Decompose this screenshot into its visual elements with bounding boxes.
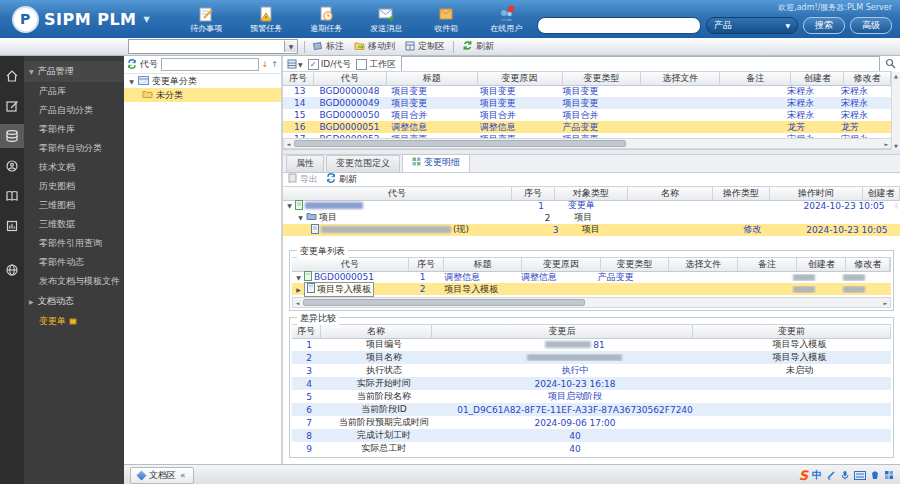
globe-icon[interactable] [0, 258, 24, 282]
list-row-selected[interactable]: ▶ 项目导入模板 2 项目导入模板 [292, 283, 891, 295]
column-header[interactable]: 变更后 [432, 324, 693, 339]
list-filter-input[interactable] [401, 56, 880, 72]
advanced-search-button[interactable]: 高级 [850, 17, 892, 34]
diff-row[interactable]: 6 当前阶段ID 01_D9C61A82-8F7E-11EF-A33F-87A3… [292, 403, 891, 416]
tree-table-row[interactable]: ▼ 1 变更单 2024-10-23 10:05 [283, 200, 900, 212]
row-expand-icon[interactable]: ▶ [295, 286, 302, 293]
filter-sort-icon[interactable]: ↑ [271, 60, 278, 69]
combo-dropdown-icon[interactable]: ▼ [284, 41, 297, 52]
warning-tasks-button[interactable]: 预警任务 [236, 5, 296, 34]
sidebar-item-parts-reference-query[interactable]: 零部件引用查询 [24, 234, 124, 253]
scroll-left-icon[interactable]: ◄ [293, 300, 302, 306]
column-header[interactable]: 创建者 [797, 257, 846, 272]
horizontal-scrollbar[interactable]: ◄ ► [292, 297, 891, 308]
scrollbar-thumb[interactable] [303, 299, 585, 306]
horizontal-scrollbar[interactable]: ◄ ► [283, 138, 892, 149]
diff-row[interactable]: 5 当前阶段名称 项目启动阶段 [292, 390, 891, 403]
column-header[interactable]: 备注 [738, 257, 797, 272]
ime-pen-icon[interactable] [826, 470, 836, 480]
diff-row[interactable]: 3 执行状态 执行中 未启动 [292, 364, 891, 377]
column-header[interactable]: 选择文件 [641, 71, 720, 86]
app-logo[interactable]: P SIPM PLM ▼ [0, 6, 162, 33]
focused-cell[interactable]: 项目导入模板 [304, 282, 374, 297]
column-header[interactable]: 操作类型 [713, 186, 770, 201]
report-chart-icon[interactable] [0, 214, 24, 238]
export-button[interactable]: 导出 [288, 173, 318, 186]
ime-keyboard-icon[interactable] [854, 471, 866, 480]
data-library-icon[interactable] [0, 124, 24, 148]
column-header[interactable]: 代号 [314, 71, 387, 86]
change-order-code-link[interactable]: BGD0000049 [316, 98, 388, 108]
tree-root-change-order-classes[interactable]: ▼ 变更单分类 [124, 74, 281, 88]
change-order-code-link[interactable]: BGD0000048 [316, 86, 388, 96]
column-header[interactable]: 检出者 [890, 257, 891, 272]
column-header[interactable]: 修改者 [846, 257, 890, 272]
column-header[interactable]: 创建者 [863, 186, 900, 201]
sidebar-item-3d-drawings[interactable]: 三维图档 [24, 196, 124, 215]
row-collapse-icon[interactable]: ▼ [297, 214, 304, 221]
filter-apply-icon[interactable]: ↓ [262, 60, 269, 69]
sidebar-item-parts-auto-classify[interactable]: 零部件自动分类 [24, 139, 124, 158]
home-icon[interactable] [0, 64, 24, 88]
tree-node-unclassified[interactable]: 未分类 [124, 88, 281, 102]
diff-row[interactable]: 4 实际开始时间 2024-10-23 16:18 [292, 377, 891, 390]
quick-locate-combo[interactable]: ▼ [128, 39, 298, 54]
diff-row[interactable]: 9 实际总工时 40 [292, 442, 891, 455]
diff-row[interactable]: 1 项目编号 81 项目导入模板 [292, 338, 891, 351]
workspace-checkbox[interactable]: 工作区 [356, 58, 396, 71]
move-to-button[interactable]: 移动到 [352, 40, 397, 53]
ime-skin-icon[interactable] [870, 470, 880, 480]
change-order-code-link[interactable]: BGD0000051 [314, 272, 374, 282]
scroll-right-icon[interactable]: ► [882, 141, 891, 147]
tree-table-row-selected[interactable]: (现) 3 项目 修改 2024-10-23 10:05 [283, 224, 900, 236]
search-button[interactable]: 搜索 [803, 17, 845, 34]
column-header[interactable]: 变更前 [693, 324, 891, 339]
sidebar-item-change-order-selected[interactable]: 变更单 [24, 312, 124, 331]
scroll-down-icon[interactable]: ▼ [892, 143, 900, 149]
column-header[interactable]: 操作时间 [770, 186, 863, 201]
collapse-chevron-icon[interactable]: « [180, 470, 186, 480]
table-row[interactable]: 14 BGD0000049 项目变更 项目变更 项目变更 宋程永 宋程永 [283, 97, 892, 109]
sidebar-item-3d-data[interactable]: 三维数据 [24, 215, 124, 234]
annotate-button[interactable]: 标注 [311, 40, 346, 53]
support-headset-icon[interactable] [0, 154, 24, 178]
column-header[interactable]: 序号 [512, 186, 555, 201]
view-menu-button[interactable]: ▼ [287, 59, 303, 69]
row-collapse-icon[interactable]: ▼ [295, 274, 302, 281]
scrollbar-thumb[interactable] [294, 140, 626, 147]
sogou-logo-icon[interactable]: S [799, 469, 808, 482]
column-header[interactable]: 序号 [283, 71, 314, 86]
online-users-button[interactable]: 在线用户 [476, 5, 536, 34]
checkbox-unchecked-icon[interactable] [356, 59, 367, 70]
tree-filter-input[interactable] [161, 58, 259, 71]
tab-change-scope[interactable]: 变更范围定义 [326, 155, 400, 172]
sidebar-item-technical-docs[interactable]: 技术文档 [24, 158, 124, 177]
table-row[interactable]: 13 BGD0000048 项目变更 项目变更 项目变更 宋程永 宋程永 [283, 85, 892, 97]
vertical-scrollbar[interactable]: ▲ ▼ [891, 72, 900, 150]
customize-area-button[interactable]: 定制区 [403, 40, 447, 53]
id-code-checkbox[interactable]: ✓ ID/代号 [308, 58, 352, 71]
sidebar-group-product-management[interactable]: ▼ 产品管理 [24, 61, 124, 82]
diff-row[interactable]: 8 完成计划工时 40 [292, 429, 891, 442]
scroll-right-icon[interactable]: ► [881, 300, 890, 306]
column-header[interactable]: 代号 [283, 186, 512, 201]
checkbox-checked-icon[interactable]: ✓ [308, 59, 319, 70]
column-header[interactable]: 序号 [409, 257, 444, 272]
column-header[interactable]: 选择文件 [669, 257, 738, 272]
edit-icon[interactable] [0, 94, 24, 118]
sidebar-item-parts-activity[interactable]: 零部件动态 [24, 253, 124, 272]
row-collapse-icon[interactable]: ▼ [286, 202, 293, 209]
document-area-tab[interactable]: 文档区 « [130, 467, 194, 484]
send-message-button[interactable]: 发送消息 [356, 5, 416, 34]
ime-lang-indicator[interactable]: 中 [812, 468, 822, 482]
todo-items-button[interactable]: 待办事项 [176, 5, 236, 34]
tab-properties[interactable]: 属性 [286, 155, 324, 172]
tree-refresh-icon[interactable] [127, 59, 137, 71]
global-search-input[interactable] [537, 17, 701, 34]
overdue-tasks-button[interactable]: 逾期任务 [296, 5, 356, 34]
sidebar-item-product-library[interactable]: 产品库 [24, 82, 124, 101]
diff-row[interactable]: 2 项目名称 项目导入模板 [292, 351, 891, 364]
column-header[interactable]: 代号 [292, 257, 409, 272]
table-row-selected[interactable]: 16 BGD0000051 调整信息 调整信息 产品变更 龙芳 龙芳 [283, 121, 892, 133]
tree-root-collapse-icon[interactable]: ▼ [128, 78, 135, 85]
